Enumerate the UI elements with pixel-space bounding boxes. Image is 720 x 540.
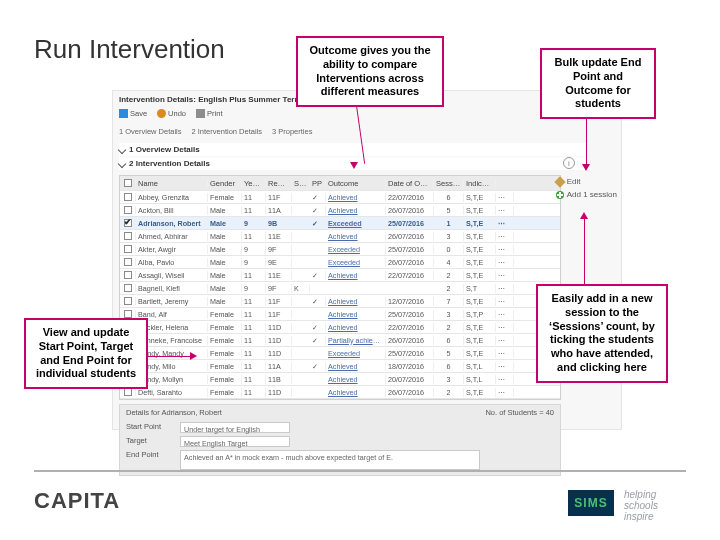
row-checkbox[interactable] bbox=[124, 245, 132, 253]
cell-menu[interactable]: ⋯ bbox=[496, 336, 514, 345]
cell-outcome[interactable]: Achieved bbox=[326, 323, 386, 332]
cell-name: Abbey, Grenzita bbox=[136, 193, 208, 202]
cell-menu[interactable]: ⋯ bbox=[496, 375, 514, 384]
cell-gender: Female bbox=[208, 349, 242, 358]
row-checkbox[interactable] bbox=[124, 206, 132, 214]
cell-menu[interactable]: ⋯ bbox=[496, 297, 514, 306]
cell-date: 20/07/2016 bbox=[386, 375, 434, 384]
cell-outcome[interactable]: Achieved bbox=[326, 193, 386, 202]
print-button[interactable]: Print bbox=[196, 109, 222, 118]
table-row[interactable]: Abbey, GrenzitaFemale1111F✓Achieved22/07… bbox=[120, 191, 560, 204]
cell-yeargroup: 9 bbox=[242, 219, 266, 228]
row-checkbox[interactable] bbox=[124, 219, 132, 227]
row-checkbox[interactable] bbox=[124, 310, 132, 318]
cell-menu[interactable]: ⋯ bbox=[496, 271, 514, 280]
row-checkbox[interactable] bbox=[124, 258, 132, 266]
table-row[interactable]: Bartlett, JeremyMale1111F✓Achieved12/07/… bbox=[120, 295, 560, 308]
cell-date: 22/07/2016 bbox=[386, 193, 434, 202]
row-checkbox[interactable] bbox=[124, 388, 132, 396]
section-header-overview[interactable]: 1 Overview Details bbox=[119, 143, 587, 156]
cell-menu[interactable]: ⋯ bbox=[496, 310, 514, 319]
cell-menu[interactable]: ⋯ bbox=[496, 388, 514, 397]
row-checkbox[interactable] bbox=[124, 284, 132, 292]
cell-menu[interactable]: ⋯ bbox=[496, 193, 514, 202]
cell-outcome[interactable]: Achieved bbox=[326, 362, 386, 371]
print-icon bbox=[196, 109, 205, 118]
col-indicator[interactable]: Indicator bbox=[464, 179, 496, 188]
col-reggroup[interactable]: Reg Group bbox=[266, 179, 292, 188]
detail-end-value[interactable]: Achieved an A* in mock exam - much above… bbox=[180, 450, 480, 470]
table-row[interactable]: Akter, AwgirMale99FExceeded25/07/20160S,… bbox=[120, 243, 560, 256]
cell-indicator: S,T,E bbox=[464, 206, 496, 215]
table-row[interactable]: Bagnell, KieflMale99FK2S,T⋯ bbox=[120, 282, 560, 295]
cell-outcome[interactable]: Achieved bbox=[326, 206, 386, 215]
cell-menu[interactable]: ⋯ bbox=[496, 245, 514, 254]
table-row[interactable]: Ackton, BillMale1111A✓Achieved26/07/2016… bbox=[120, 204, 560, 217]
cell-date: 26/07/2016 bbox=[386, 388, 434, 397]
col-name[interactable]: Name bbox=[136, 179, 208, 188]
col-sessions[interactable]: Sessions bbox=[434, 179, 464, 188]
table-row[interactable]: Candy, MandyFemale1111DExceeded25/07/201… bbox=[120, 347, 560, 360]
info-icon[interactable]: i bbox=[563, 157, 575, 169]
cell-outcome[interactable]: Exceeded bbox=[326, 258, 386, 267]
cell-menu[interactable]: ⋯ bbox=[496, 219, 514, 228]
arrowhead-icon bbox=[350, 162, 358, 169]
col-date[interactable]: Date of Outcome bbox=[386, 179, 434, 188]
table-row[interactable]: Defti, SarahtoFemale1111DAchieved26/07/2… bbox=[120, 386, 560, 399]
cell-menu[interactable]: ⋯ bbox=[496, 362, 514, 371]
cell-menu[interactable]: ⋯ bbox=[496, 349, 514, 358]
tab-overview[interactable]: 1 Overview Details bbox=[119, 127, 182, 136]
arrowhead-icon bbox=[582, 164, 590, 171]
table-row[interactable]: Assagli, WiseilMale1111E✓Achieved22/07/2… bbox=[120, 269, 560, 282]
table-row[interactable]: Bunneke, FrancoiseFemale1111D✓Partially … bbox=[120, 334, 560, 347]
row-checkbox[interactable] bbox=[124, 193, 132, 201]
table-row[interactable]: Adrianson, RobertMale99B✓Exceeded25/07/2… bbox=[120, 217, 560, 230]
row-checkbox[interactable] bbox=[124, 232, 132, 240]
cell-outcome[interactable]: Exceeded bbox=[326, 245, 386, 254]
save-button[interactable]: Save bbox=[119, 109, 147, 118]
cell-outcome[interactable]: Achieved bbox=[326, 297, 386, 306]
cell-date: 25/07/2016 bbox=[386, 219, 434, 228]
cell-outcome[interactable]: Exceeded bbox=[326, 219, 386, 228]
row-checkbox[interactable] bbox=[124, 297, 132, 305]
table-row[interactable]: Candy, MollynFemale1111BAchieved20/07/20… bbox=[120, 373, 560, 386]
cell-outcome[interactable]: Partially achieved bbox=[326, 336, 386, 345]
cell-menu[interactable]: ⋯ bbox=[496, 323, 514, 332]
detail-target-value[interactable]: Meet English Target bbox=[180, 436, 290, 447]
detail-start-value[interactable]: Under target for English bbox=[180, 422, 290, 433]
cell-gender: Female bbox=[208, 336, 242, 345]
checkbox[interactable] bbox=[124, 179, 132, 187]
cell-outcome[interactable]: Exceeded bbox=[326, 349, 386, 358]
cell-menu[interactable]: ⋯ bbox=[496, 232, 514, 241]
col-gender[interactable]: Gender bbox=[208, 179, 242, 188]
table-row[interactable]: Candy, MiloFemale1111A✓Achieved18/07/201… bbox=[120, 360, 560, 373]
tab-properties[interactable]: 3 Properties bbox=[272, 127, 312, 136]
col-yeargroup[interactable]: Year group bbox=[242, 179, 266, 188]
edit-button[interactable]: Edit bbox=[556, 177, 617, 186]
cell-outcome[interactable]: Achieved bbox=[326, 310, 386, 319]
cell-outcome[interactable]: Achieved bbox=[326, 232, 386, 241]
cell-name: Ahmed, Abhirar bbox=[136, 232, 208, 241]
cell-outcome[interactable]: Achieved bbox=[326, 375, 386, 384]
table-row[interactable]: Ahmed, AbhirarMale1111EAchieved26/07/201… bbox=[120, 230, 560, 243]
add-session-button[interactable]: Add 1 session bbox=[556, 190, 617, 199]
row-checkbox[interactable] bbox=[124, 271, 132, 279]
table-row[interactable]: Band, AlfFemale1111FAchieved25/07/20163S… bbox=[120, 308, 560, 321]
col-sen[interactable]: SEN bbox=[292, 179, 310, 188]
detail-row-target: Target Meet English Target bbox=[126, 436, 554, 447]
col-outcome[interactable]: Outcome bbox=[326, 179, 386, 188]
cell-reggroup: 11D bbox=[266, 336, 292, 345]
cell-indicator: S,T,E bbox=[464, 349, 496, 358]
table-row[interactable]: Alba, PavloMale99EExceeded26/07/20164S,T… bbox=[120, 256, 560, 269]
cell-pp: ✓ bbox=[310, 323, 326, 332]
cell-menu[interactable]: ⋯ bbox=[496, 284, 514, 293]
table-row[interactable]: Buckler, HelenaFemale1111D✓Achieved22/07… bbox=[120, 321, 560, 334]
col-pp[interactable]: PP bbox=[310, 179, 326, 188]
cell-outcome[interactable]: Achieved bbox=[326, 271, 386, 280]
tab-intervention-details[interactable]: 2 Intervention Details bbox=[192, 127, 262, 136]
cell-outcome[interactable]: Achieved bbox=[326, 388, 386, 397]
undo-button[interactable]: Undo bbox=[157, 109, 186, 118]
cell-reggroup: 9F bbox=[266, 284, 292, 293]
cell-menu[interactable]: ⋯ bbox=[496, 258, 514, 267]
cell-menu[interactable]: ⋯ bbox=[496, 206, 514, 215]
